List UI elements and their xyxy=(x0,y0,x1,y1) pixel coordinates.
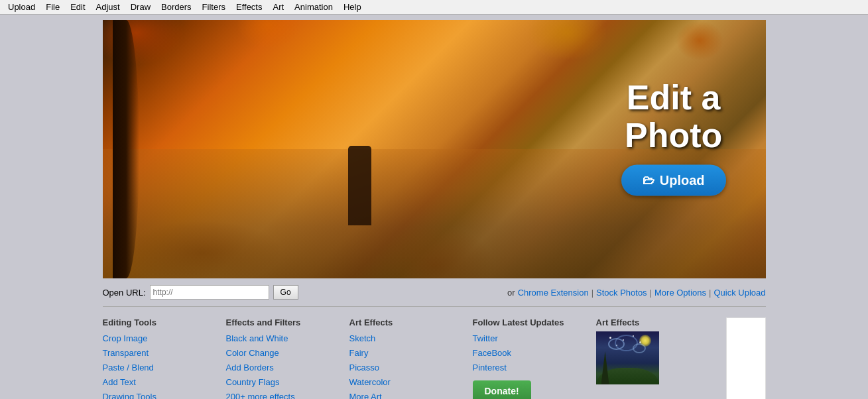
donate-button[interactable]: Donate! xyxy=(473,380,531,399)
footer-col-art: Art Effects Sketch Fairy Picasso Waterco… xyxy=(349,317,473,399)
hero-image-container: Edit a Photo 🗁 Upload xyxy=(103,20,766,278)
tree-decoration xyxy=(113,20,139,278)
star-1 xyxy=(609,337,611,339)
menu-filters[interactable]: Filters xyxy=(197,1,231,13)
or-text: or xyxy=(507,288,515,298)
link-pinterest[interactable]: Pinterest xyxy=(473,361,596,375)
link-sketch[interactable]: Sketch xyxy=(349,331,473,346)
menu-edit[interactable]: Edit xyxy=(65,1,90,13)
link-more-effects[interactable]: 200+ more effects xyxy=(226,390,349,399)
separator-1: | xyxy=(591,288,593,298)
chrome-extension-link[interactable]: Chrome Extension xyxy=(518,288,589,298)
separator-3: | xyxy=(709,288,711,298)
link-add-borders[interactable]: Add Borders xyxy=(226,361,349,375)
art-effects-title: Art Effects xyxy=(349,317,473,327)
link-facebook[interactable]: FaceBook xyxy=(473,346,596,361)
menu-file[interactable]: File xyxy=(40,1,65,13)
url-bar: Open URL: Go or Chrome Extension | Stock… xyxy=(103,278,766,306)
link-color-change[interactable]: Color Change xyxy=(226,346,349,361)
menu-borders[interactable]: Borders xyxy=(156,1,197,13)
url-label: Open URL: xyxy=(103,288,146,298)
folder-icon: 🗁 xyxy=(643,174,654,188)
hero-title: Edit a Photo xyxy=(621,79,726,154)
hero-upload-button[interactable]: 🗁 Upload xyxy=(621,165,726,196)
menu-upload[interactable]: Upload xyxy=(3,1,40,13)
cypress-tree xyxy=(601,351,609,384)
url-input[interactable] xyxy=(150,285,269,300)
footer-col-social: Follow Latest Updates Twitter FaceBook P… xyxy=(473,317,596,399)
menu-effects[interactable]: Effects xyxy=(231,1,268,13)
link-twitter[interactable]: Twitter xyxy=(473,331,596,346)
menu-draw[interactable]: Draw xyxy=(125,1,156,13)
hero-text-block: Edit a Photo 🗁 Upload xyxy=(621,79,726,196)
editing-tools-title: Editing Tools xyxy=(103,317,226,327)
footer-col-editing: Editing Tools Crop Image Transparent Pas… xyxy=(103,317,226,399)
menubar: Upload File Edit Adjust Draw Borders Fil… xyxy=(0,0,868,15)
link-black-white[interactable]: Black and White xyxy=(226,331,349,346)
separator-2: | xyxy=(650,288,652,298)
link-drawing-tools[interactable]: Drawing Tools xyxy=(103,390,226,399)
link-more-art[interactable]: More Art xyxy=(349,390,473,399)
menu-adjust[interactable]: Adjust xyxy=(91,1,125,13)
effects-filters-title: Effects and Filters xyxy=(226,317,349,327)
quick-upload-link[interactable]: Quick Upload xyxy=(713,288,765,298)
menu-art[interactable]: Art xyxy=(267,1,289,13)
follow-updates-title: Follow Latest Updates xyxy=(473,317,596,327)
link-fairy[interactable]: Fairy xyxy=(349,346,473,361)
menu-help[interactable]: Help xyxy=(338,1,367,13)
menu-animation[interactable]: Animation xyxy=(289,1,338,13)
ad-box xyxy=(726,317,766,399)
link-transparent[interactable]: Transparent xyxy=(103,346,226,361)
footer-col-effects: Effects and Filters Black and White Colo… xyxy=(226,317,349,399)
link-paste-blend[interactable]: Paste / Blend xyxy=(103,361,226,375)
link-picasso[interactable]: Picasso xyxy=(349,361,473,375)
main-wrapper: Edit a Photo 🗁 Upload Open URL: Go or Ch… xyxy=(0,15,868,399)
stock-photos-link[interactable]: Stock Photos xyxy=(596,288,647,298)
footer-columns: Editing Tools Crop Image Transparent Pas… xyxy=(103,307,766,399)
go-button[interactable]: Go xyxy=(273,285,298,300)
art-effects-thumb-title: Art Effects xyxy=(596,317,719,327)
footer-col-art-thumb: Art Effects xyxy=(596,317,719,399)
more-options-link[interactable]: More Options xyxy=(654,288,706,298)
link-watercolor[interactable]: Watercolor xyxy=(349,375,473,390)
link-add-text[interactable]: Add Text xyxy=(103,375,226,390)
link-crop-image[interactable]: Crop Image xyxy=(103,331,226,346)
art-effects-thumbnail[interactable] xyxy=(596,331,659,384)
swirl-3 xyxy=(633,343,646,353)
person-silhouette xyxy=(348,146,371,225)
starry-night-image xyxy=(596,331,659,384)
link-country-flags[interactable]: Country Flags xyxy=(226,375,349,390)
url-links: or Chrome Extension | Stock Photos | Mor… xyxy=(507,288,765,298)
center-column: Edit a Photo 🗁 Upload Open URL: Go or Ch… xyxy=(103,20,766,399)
